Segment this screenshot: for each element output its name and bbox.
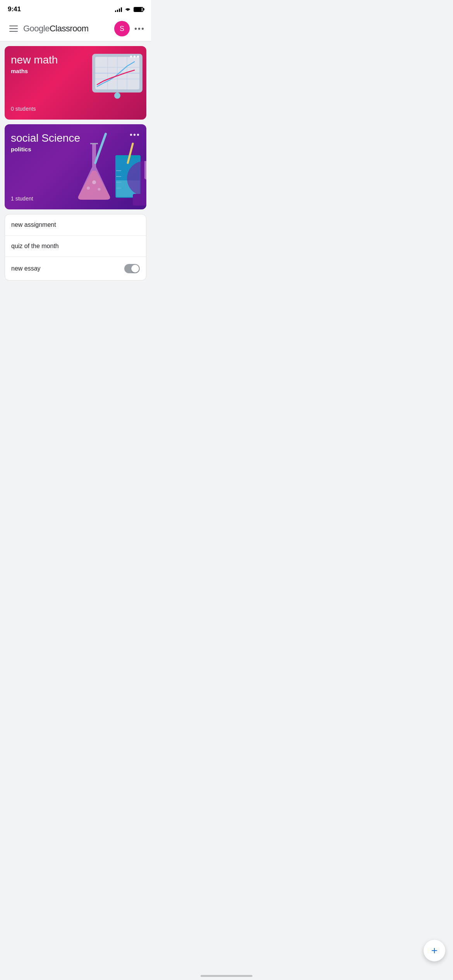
class-card-science[interactable]: ••• social Science politics 1 student — [5, 124, 146, 209]
assignment-item-3[interactable]: new essay — [5, 257, 146, 280]
class-card-math[interactable]: ••• new math maths 0 students — [5, 46, 146, 120]
header-more-button[interactable]: ••• — [134, 25, 145, 33]
math-card-subtitle: maths — [11, 68, 140, 74]
science-card-students: 1 student — [11, 195, 33, 202]
app-header: Google Classroom S ••• — [0, 16, 151, 41]
header-actions: S ••• — [114, 21, 145, 36]
math-card-title: new math — [11, 54, 140, 66]
battery-icon — [134, 7, 143, 12]
app-title: Google Classroom — [23, 24, 114, 34]
assignment-name-1: new assignment — [11, 221, 56, 228]
science-card-content: ••• social Science politics 1 student — [5, 124, 146, 209]
assignment-item-2[interactable]: quiz of the month — [5, 236, 146, 257]
signal-icon — [115, 7, 122, 12]
wifi-icon — [124, 7, 131, 12]
assignment-name-3: new essay — [11, 265, 41, 272]
status-time: 9:41 — [8, 5, 21, 13]
science-card-title: social Science — [11, 132, 140, 144]
assignment-name-2: quiz of the month — [11, 243, 59, 250]
essay-toggle[interactable] — [124, 264, 140, 273]
status-icons — [115, 7, 143, 12]
math-card-more-button[interactable]: ••• — [130, 52, 140, 61]
math-card-students: 0 students — [11, 106, 36, 112]
google-text: Google — [23, 24, 50, 34]
assignment-item-1[interactable]: new assignment — [5, 214, 146, 236]
assignments-list: new assignment quiz of the month new ess… — [5, 214, 146, 281]
hamburger-button[interactable] — [6, 21, 22, 36]
science-card-more-button[interactable]: ••• — [130, 130, 140, 139]
status-bar: 9:41 — [0, 0, 151, 16]
avatar[interactable]: S — [114, 21, 130, 36]
classroom-text: Classroom — [50, 24, 89, 34]
science-card-subtitle: politics — [11, 146, 140, 152]
main-content: ••• new math maths 0 students ••• soc — [0, 46, 151, 281]
math-card-content: ••• new math maths 0 students — [5, 46, 146, 120]
